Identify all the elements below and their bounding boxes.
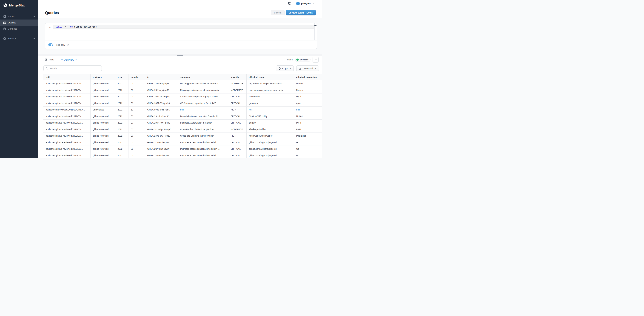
chevron-down-icon <box>33 37 35 40</box>
divider <box>294 1 294 5</box>
table-cell: CRITICAL <box>228 93 246 100</box>
read-only-label: Read-only <box>55 44 65 46</box>
user-icon <box>297 2 299 5</box>
table-cell: com.synopsys.jenkinsci:ownership <box>246 87 294 93</box>
sidebar-item-repos[interactable]: Repos <box>0 13 38 19</box>
table-cell: 2022 <box>115 152 128 158</box>
table-cell: GHSA-8v3c-9hr5-hqm7 <box>145 106 178 113</box>
table-cell: Improper access control allows admin ... <box>178 146 228 152</box>
cancel-button[interactable]: Cancel <box>271 10 284 15</box>
docs-button[interactable] <box>288 1 292 6</box>
read-only-toggle[interactable] <box>48 43 53 46</box>
column-header-year: year <box>115 74 128 80</box>
sql-code-editor[interactable]: 1 SELECT * FROM github_advisories <box>45 23 317 40</box>
panel-resizer[interactable] <box>38 54 322 56</box>
table-cell: PyPI <box>294 120 322 126</box>
table-header-row: pathreviewedyearmonthidsummaryseverityaf… <box>43 74 322 80</box>
sidebar-item-label: Repos <box>8 15 15 18</box>
table-cell: github-reviewed <box>90 120 115 126</box>
table-cell: GHSA-29vr-79w7-p649 <box>145 120 178 126</box>
table-cell: PyPI <box>294 93 322 100</box>
table-cell: github-reviewed <box>90 113 115 120</box>
sql-editor-card: 1 SELECT * FROM github_advisories Read-o… <box>45 23 317 49</box>
table-cell: 03 <box>128 120 145 126</box>
table-cell: 03 <box>128 93 145 100</box>
table-cell: advisories/github-reviewed/2022/03/... <box>43 139 90 146</box>
sql-table-name: github_advisories <box>74 25 97 28</box>
table-cell: CRITICAL <box>228 120 246 126</box>
table-cell: CRITICAL <box>228 152 246 158</box>
tab-table[interactable]: Table <box>42 56 57 63</box>
table-cell: GHSA-2cv6-6437-39p2 <box>145 133 178 139</box>
drag-handle[interactable] <box>177 55 183 56</box>
table-cell: OS Command Injection in GenieACS <box>178 100 228 106</box>
column-header-affected_name: affected_name <box>246 74 294 80</box>
caret-down-icon <box>314 67 316 69</box>
table-cell: 2022 <box>115 87 128 93</box>
table-cell: NuGet <box>294 113 322 120</box>
table-cell: Go <box>294 152 322 158</box>
table-row: advisories/github-reviewed/2022/03/...gi… <box>43 126 322 133</box>
execute-button[interactable]: Execute (Shift + Enter) <box>286 10 316 15</box>
gear-icon <box>3 37 6 40</box>
scrollbar-thumb[interactable] <box>314 25 316 26</box>
sidebar-item-queries[interactable]: Queries <box>0 19 38 26</box>
expand-button[interactable] <box>312 57 318 63</box>
repo-icon <box>3 15 6 18</box>
editor-footer: Read-only <box>45 40 317 49</box>
table-row: advisories/github-reviewed/2022/03/...gi… <box>43 80 322 87</box>
table-cell: Missing permission checks in Jenkins k..… <box>178 80 228 87</box>
table-row: advisories/github-reviewed/2022/03/...gi… <box>43 87 322 93</box>
table-cell: advisories/github-reviewed/2022/03/... <box>43 152 90 158</box>
sidebar-item-connect[interactable]: Connect <box>0 26 38 32</box>
table-cell: GHSA-2f5v-8r3f-8pww <box>145 139 178 146</box>
sidebar-item-label: Connect <box>8 27 17 30</box>
add-view-label: Add view <box>64 58 74 61</box>
table-cell: null <box>246 106 294 113</box>
app-logo[interactable]: MergeStat <box>0 0 38 7</box>
table-row: advisories/github-reviewed/2022/03/...gi… <box>43 152 322 158</box>
table-cell: 03 <box>128 100 145 106</box>
expand-icon <box>314 58 317 61</box>
table-cell: github-reviewed <box>90 87 115 93</box>
table-cell: advisories/github-reviewed/2022/03/... <box>43 120 90 126</box>
sidebar: MergeStat ReposQueriesConnect Settings <box>0 0 38 158</box>
line-number-gutter: 1 <box>45 23 53 40</box>
table-cell: unreviewed <box>90 106 115 113</box>
table-cell: 2022 <box>115 146 128 152</box>
table-cell: 2022 <box>115 126 128 133</box>
table-cell: 03 <box>128 139 145 146</box>
table-cell: gerapy <box>246 120 294 126</box>
table-grid-icon <box>45 58 47 61</box>
table-cell: advisories/unreviewed/2021/12/GHSA... <box>43 106 90 113</box>
views-row: Table Add view 343ms Success <box>38 56 322 63</box>
copy-button[interactable]: Copy <box>276 65 294 71</box>
sql-keyword: SELECT <box>56 25 64 28</box>
download-button[interactable]: Download <box>296 65 319 71</box>
table-cell: advisories/github-reviewed/2022/03/... <box>43 80 90 87</box>
avatar <box>296 2 300 5</box>
info-icon[interactable] <box>66 44 69 46</box>
table-cell: HIGH <box>228 106 246 113</box>
topbar: postgres <box>38 0 322 7</box>
table-cell: MODERATE <box>228 126 246 133</box>
table-cell: github.com/argoproj/argo-cd <box>246 139 294 146</box>
table-row: advisories/github-reviewed/2022/03/...gi… <box>43 133 322 139</box>
user-menu[interactable]: postgres <box>296 2 314 5</box>
table-cell: github-reviewed <box>90 152 115 158</box>
caret-down-icon <box>289 67 291 69</box>
table-cell: GHSA-23x5-j68g-6jpw <box>145 80 178 87</box>
table-cell: advisories/github-reviewed/2022/03/... <box>43 126 90 133</box>
table-row: advisories/github-reviewed/2022/03/...gi… <box>43 93 322 100</box>
table-cell: HIGH <box>228 133 246 139</box>
search-input[interactable] <box>44 65 102 71</box>
page-header: Queries Cancel Execute (Shift + Enter) <box>38 7 322 18</box>
table-cell: github-reviewed <box>90 80 115 87</box>
table-cell: MODERATE <box>228 87 246 93</box>
terminal-icon <box>3 21 6 24</box>
table-cell: GHSA-29rv-fqx2-4c9f <box>145 113 178 120</box>
add-view-button[interactable]: Add view <box>61 56 77 63</box>
download-icon <box>299 67 301 70</box>
table-cell: advisories/github-reviewed/2022/03/... <box>43 133 90 139</box>
sidebar-item-settings[interactable]: Settings <box>0 35 38 41</box>
